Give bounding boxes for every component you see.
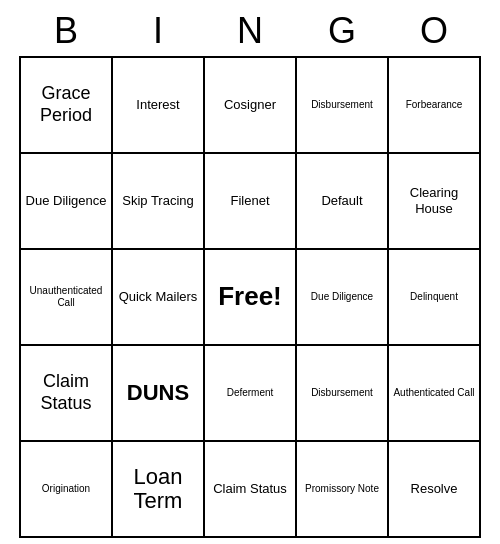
- bingo-title: B I N G O: [20, 10, 480, 52]
- cell-text-12: Free!: [218, 281, 282, 312]
- cell-text-19: Authenticated Call: [393, 387, 474, 399]
- bingo-grid: Grace PeriodInterestCosignerDisbursement…: [19, 56, 481, 538]
- bingo-cell-10: Unauthenticated Call: [21, 250, 113, 346]
- bingo-cell-15: Claim Status: [21, 346, 113, 442]
- bingo-cell-8: Default: [297, 154, 389, 250]
- cell-text-7: Filenet: [230, 193, 269, 209]
- cell-text-22: Claim Status: [213, 481, 287, 497]
- cell-text-18: Disbursement: [311, 387, 373, 399]
- cell-text-6: Skip Tracing: [122, 193, 194, 209]
- cell-text-2: Cosigner: [224, 97, 276, 113]
- letter-n: N: [204, 10, 296, 52]
- bingo-cell-20: Origination: [21, 442, 113, 538]
- bingo-cell-24: Resolve: [389, 442, 481, 538]
- bingo-cell-0: Grace Period: [21, 58, 113, 154]
- bingo-cell-2: Cosigner: [205, 58, 297, 154]
- cell-text-16: DUNS: [127, 380, 189, 406]
- bingo-cell-12: Free!: [205, 250, 297, 346]
- cell-text-24: Resolve: [411, 481, 458, 497]
- letter-g: G: [296, 10, 388, 52]
- cell-text-1: Interest: [136, 97, 179, 113]
- bingo-cell-11: Quick Mailers: [113, 250, 205, 346]
- bingo-cell-18: Disbursement: [297, 346, 389, 442]
- cell-text-0: Grace Period: [25, 83, 107, 126]
- cell-text-20: Origination: [42, 483, 90, 495]
- bingo-cell-7: Filenet: [205, 154, 297, 250]
- bingo-cell-17: Deferment: [205, 346, 297, 442]
- bingo-cell-9: Clearing House: [389, 154, 481, 250]
- bingo-cell-13: Due Diligence: [297, 250, 389, 346]
- bingo-cell-5: Due Diligence: [21, 154, 113, 250]
- cell-text-3: Disbursement: [311, 99, 373, 111]
- cell-text-5: Due Diligence: [26, 193, 107, 209]
- cell-text-23: Promissory Note: [305, 483, 379, 495]
- bingo-cell-1: Interest: [113, 58, 205, 154]
- cell-text-15: Claim Status: [25, 371, 107, 414]
- bingo-cell-23: Promissory Note: [297, 442, 389, 538]
- cell-text-9: Clearing House: [393, 185, 475, 216]
- bingo-cell-19: Authenticated Call: [389, 346, 481, 442]
- bingo-cell-21: Loan Term: [113, 442, 205, 538]
- cell-text-14: Delinquent: [410, 291, 458, 303]
- cell-text-8: Default: [321, 193, 362, 209]
- bingo-cell-3: Disbursement: [297, 58, 389, 154]
- bingo-cell-6: Skip Tracing: [113, 154, 205, 250]
- letter-i: I: [112, 10, 204, 52]
- cell-text-13: Due Diligence: [311, 291, 373, 303]
- cell-text-11: Quick Mailers: [119, 289, 198, 305]
- bingo-cell-14: Delinquent: [389, 250, 481, 346]
- cell-text-10: Unauthenticated Call: [25, 285, 107, 309]
- cell-text-21: Loan Term: [117, 465, 199, 513]
- bingo-cell-16: DUNS: [113, 346, 205, 442]
- bingo-cell-4: Forbearance: [389, 58, 481, 154]
- cell-text-4: Forbearance: [406, 99, 463, 111]
- cell-text-17: Deferment: [227, 387, 274, 399]
- letter-o: O: [388, 10, 480, 52]
- letter-b: B: [20, 10, 112, 52]
- bingo-cell-22: Claim Status: [205, 442, 297, 538]
